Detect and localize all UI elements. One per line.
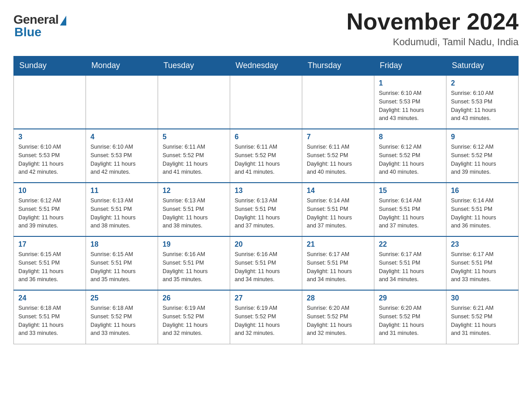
day-info: Sunrise: 6:11 AM Sunset: 5:52 PM Dayligh…	[163, 143, 225, 176]
week-row-5: 24Sunrise: 6:18 AM Sunset: 5:51 PM Dayli…	[14, 290, 519, 344]
calendar-cell: 7Sunrise: 6:11 AM Sunset: 5:52 PM Daylig…	[302, 129, 374, 183]
logo: General Blue	[13, 13, 66, 39]
day-info: Sunrise: 6:12 AM Sunset: 5:51 PM Dayligh…	[18, 197, 81, 230]
day-info: Sunrise: 6:19 AM Sunset: 5:52 PM Dayligh…	[163, 304, 225, 338]
day-number: 5	[163, 133, 225, 141]
day-number: 1	[379, 79, 442, 87]
logo-triangle-icon	[60, 16, 66, 26]
calendar-cell: 21Sunrise: 6:17 AM Sunset: 5:51 PM Dayli…	[302, 236, 374, 290]
calendar-cell: 8Sunrise: 6:12 AM Sunset: 5:52 PM Daylig…	[374, 129, 446, 183]
day-number: 13	[235, 187, 297, 195]
day-number: 7	[307, 133, 369, 141]
day-info: Sunrise: 6:20 AM Sunset: 5:52 PM Dayligh…	[379, 304, 442, 338]
day-info: Sunrise: 6:11 AM Sunset: 5:52 PM Dayligh…	[307, 143, 369, 176]
calendar-cell: 25Sunrise: 6:18 AM Sunset: 5:52 PM Dayli…	[86, 290, 158, 344]
calendar-cell: 6Sunrise: 6:11 AM Sunset: 5:52 PM Daylig…	[230, 129, 302, 183]
calendar-cell	[86, 75, 158, 129]
day-number: 8	[379, 133, 442, 141]
calendar-cell	[230, 75, 302, 129]
day-info: Sunrise: 6:17 AM Sunset: 5:51 PM Dayligh…	[379, 250, 442, 284]
days-header-row: SundayMondayTuesdayWednesdayThursdayFrid…	[14, 56, 519, 76]
week-row-3: 10Sunrise: 6:12 AM Sunset: 5:51 PM Dayli…	[14, 183, 519, 236]
day-number: 23	[451, 240, 514, 248]
day-info: Sunrise: 6:16 AM Sunset: 5:51 PM Dayligh…	[163, 250, 225, 284]
day-number: 24	[18, 294, 81, 302]
week-row-1: 1Sunrise: 6:10 AM Sunset: 5:53 PM Daylig…	[14, 75, 519, 129]
day-number: 10	[18, 187, 81, 195]
page-header: General Blue November 2024 Kodumudi, Tam…	[13, 9, 519, 48]
day-info: Sunrise: 6:10 AM Sunset: 5:53 PM Dayligh…	[379, 89, 442, 123]
day-number: 6	[235, 133, 297, 141]
calendar-cell: 20Sunrise: 6:16 AM Sunset: 5:51 PM Dayli…	[230, 236, 302, 290]
day-info: Sunrise: 6:10 AM Sunset: 5:53 PM Dayligh…	[451, 89, 514, 123]
day-info: Sunrise: 6:12 AM Sunset: 5:52 PM Dayligh…	[379, 143, 442, 176]
day-info: Sunrise: 6:18 AM Sunset: 5:51 PM Dayligh…	[18, 304, 81, 338]
day-header-wednesday: Wednesday	[230, 56, 302, 76]
calendar-cell: 5Sunrise: 6:11 AM Sunset: 5:52 PM Daylig…	[158, 129, 230, 183]
day-info: Sunrise: 6:14 AM Sunset: 5:51 PM Dayligh…	[451, 197, 514, 230]
day-number: 9	[451, 133, 514, 141]
calendar-cell: 16Sunrise: 6:14 AM Sunset: 5:51 PM Dayli…	[446, 183, 519, 236]
calendar-cell: 24Sunrise: 6:18 AM Sunset: 5:51 PM Dayli…	[14, 290, 86, 344]
calendar-table: SundayMondayTuesdayWednesdayThursdayFrid…	[13, 56, 519, 344]
calendar-cell: 11Sunrise: 6:13 AM Sunset: 5:51 PM Dayli…	[86, 183, 158, 236]
day-info: Sunrise: 6:13 AM Sunset: 5:51 PM Dayligh…	[235, 197, 297, 230]
day-number: 2	[451, 79, 514, 87]
calendar-cell: 30Sunrise: 6:21 AM Sunset: 5:52 PM Dayli…	[446, 290, 519, 344]
day-number: 30	[451, 294, 514, 302]
calendar-cell: 19Sunrise: 6:16 AM Sunset: 5:51 PM Dayli…	[158, 236, 230, 290]
day-number: 21	[307, 240, 369, 248]
calendar-cell: 26Sunrise: 6:19 AM Sunset: 5:52 PM Dayli…	[158, 290, 230, 344]
calendar-cell: 4Sunrise: 6:10 AM Sunset: 5:53 PM Daylig…	[86, 129, 158, 183]
day-info: Sunrise: 6:15 AM Sunset: 5:51 PM Dayligh…	[90, 250, 153, 284]
calendar-cell: 15Sunrise: 6:14 AM Sunset: 5:51 PM Dayli…	[374, 183, 446, 236]
day-number: 14	[307, 187, 369, 195]
calendar-cell: 29Sunrise: 6:20 AM Sunset: 5:52 PM Dayli…	[374, 290, 446, 344]
calendar-cell: 23Sunrise: 6:17 AM Sunset: 5:51 PM Dayli…	[446, 236, 519, 290]
day-number: 25	[90, 294, 153, 302]
day-info: Sunrise: 6:10 AM Sunset: 5:53 PM Dayligh…	[18, 143, 81, 176]
location-text: Kodumudi, Tamil Nadu, India	[347, 36, 519, 48]
day-number: 27	[235, 294, 297, 302]
day-header-tuesday: Tuesday	[158, 56, 230, 76]
week-row-4: 17Sunrise: 6:15 AM Sunset: 5:51 PM Dayli…	[14, 236, 519, 290]
day-number: 22	[379, 240, 442, 248]
month-title: November 2024	[347, 9, 519, 34]
calendar-cell: 1Sunrise: 6:10 AM Sunset: 5:53 PM Daylig…	[374, 75, 446, 129]
day-number: 15	[379, 187, 442, 195]
day-info: Sunrise: 6:20 AM Sunset: 5:52 PM Dayligh…	[307, 304, 369, 338]
logo-blue-text: Blue	[14, 25, 42, 39]
calendar-cell	[14, 75, 86, 129]
day-info: Sunrise: 6:16 AM Sunset: 5:51 PM Dayligh…	[235, 250, 297, 284]
day-number: 17	[18, 240, 81, 248]
day-info: Sunrise: 6:19 AM Sunset: 5:52 PM Dayligh…	[235, 304, 297, 338]
day-info: Sunrise: 6:13 AM Sunset: 5:51 PM Dayligh…	[90, 197, 153, 230]
calendar-cell: 17Sunrise: 6:15 AM Sunset: 5:51 PM Dayli…	[14, 236, 86, 290]
day-header-saturday: Saturday	[446, 56, 519, 76]
week-row-2: 3Sunrise: 6:10 AM Sunset: 5:53 PM Daylig…	[14, 129, 519, 183]
day-info: Sunrise: 6:21 AM Sunset: 5:52 PM Dayligh…	[451, 304, 514, 338]
day-number: 19	[163, 240, 225, 248]
calendar-cell: 10Sunrise: 6:12 AM Sunset: 5:51 PM Dayli…	[14, 183, 86, 236]
day-number: 16	[451, 187, 514, 195]
calendar-cell: 9Sunrise: 6:12 AM Sunset: 5:52 PM Daylig…	[446, 129, 519, 183]
calendar-cell: 3Sunrise: 6:10 AM Sunset: 5:53 PM Daylig…	[14, 129, 86, 183]
day-number: 18	[90, 240, 153, 248]
day-info: Sunrise: 6:14 AM Sunset: 5:51 PM Dayligh…	[379, 197, 442, 230]
calendar-cell: 28Sunrise: 6:20 AM Sunset: 5:52 PM Dayli…	[302, 290, 374, 344]
day-info: Sunrise: 6:17 AM Sunset: 5:51 PM Dayligh…	[307, 250, 369, 284]
day-number: 29	[379, 294, 442, 302]
day-header-monday: Monday	[86, 56, 158, 76]
day-number: 4	[90, 133, 153, 141]
calendar-cell	[302, 75, 374, 129]
day-info: Sunrise: 6:13 AM Sunset: 5:51 PM Dayligh…	[163, 197, 225, 230]
calendar-cell: 22Sunrise: 6:17 AM Sunset: 5:51 PM Dayli…	[374, 236, 446, 290]
calendar-cell: 12Sunrise: 6:13 AM Sunset: 5:51 PM Dayli…	[158, 183, 230, 236]
day-number: 26	[163, 294, 225, 302]
title-block: November 2024 Kodumudi, Tamil Nadu, Indi…	[347, 9, 519, 48]
day-info: Sunrise: 6:11 AM Sunset: 5:52 PM Dayligh…	[235, 143, 297, 176]
day-header-friday: Friday	[374, 56, 446, 76]
day-number: 11	[90, 187, 153, 195]
day-info: Sunrise: 6:15 AM Sunset: 5:51 PM Dayligh…	[18, 250, 81, 284]
calendar-cell: 2Sunrise: 6:10 AM Sunset: 5:53 PM Daylig…	[446, 75, 519, 129]
